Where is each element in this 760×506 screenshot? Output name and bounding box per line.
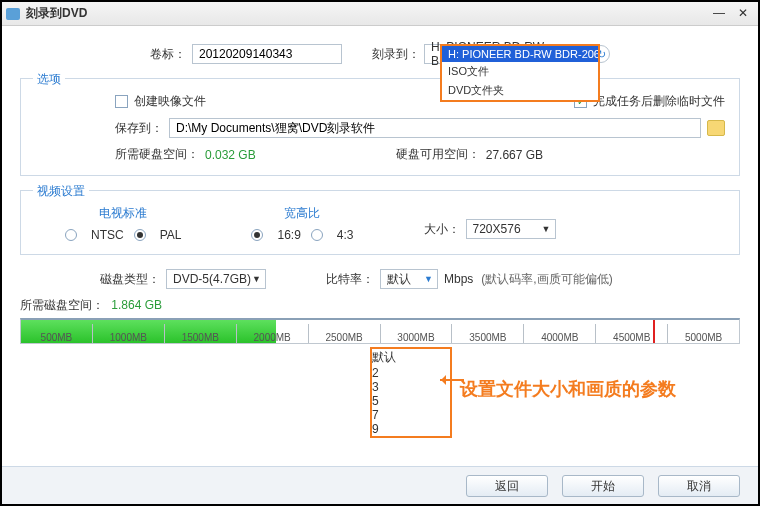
bitrate-hint: (默认码率,画质可能偏低) — [481, 271, 612, 288]
disk-usage-bar: 500MB 1000MB 1500MB 2000MB 2500MB 3000MB… — [20, 318, 740, 344]
disc-type-value: DVD-5(4.7GB) — [173, 272, 251, 286]
window-title: 刻录到DVD — [26, 5, 706, 22]
avail-disk-value: 27.667 GB — [486, 148, 543, 162]
video-legend: 视频设置 — [33, 183, 89, 200]
start-button[interactable]: 开始 — [562, 475, 644, 497]
back-button[interactable]: 返回 — [466, 475, 548, 497]
space-label: 所需磁盘空间： — [20, 298, 104, 312]
volume-label: 卷标： — [150, 46, 186, 63]
disc-type-label: 磁盘类型： — [100, 271, 160, 288]
tick: 3500MB — [451, 324, 523, 343]
button-row: 返回 开始 取消 — [2, 466, 758, 504]
tick: 3000MB — [380, 324, 452, 343]
bitrate-dropdown[interactable]: 默认 2 3 5 7 9 — [370, 347, 452, 438]
create-image-checkbox[interactable] — [115, 95, 128, 108]
dropdown-option[interactable]: DVD文件夹 — [442, 81, 598, 100]
video-fieldset: 视频设置 电视标准 NTSC PAL 宽高比 16:9 4:3 — [20, 190, 740, 255]
disc-type-combo[interactable]: DVD-5(4.7GB) ▼ — [166, 269, 266, 289]
pal-radio[interactable] — [134, 229, 146, 241]
create-image-label: 创建映像文件 — [134, 93, 206, 110]
tick: 4500MB — [595, 324, 667, 343]
tick: 1500MB — [164, 324, 236, 343]
dropdown-option[interactable]: 9 — [372, 422, 450, 436]
bitrate-unit: Mbps — [444, 272, 473, 286]
ratio-169-label: 16:9 — [277, 228, 300, 242]
cancel-button[interactable]: 取消 — [658, 475, 740, 497]
delete-temp-label: 完成任务后删除临时文件 — [593, 93, 725, 110]
size-combo[interactable]: 720X576 ▼ — [466, 219, 556, 239]
app-icon — [6, 8, 20, 20]
ratio-43-radio[interactable] — [311, 229, 323, 241]
aspect-label: 宽高比 — [251, 205, 353, 222]
options-fieldset: 选项 创建映像文件 ✓ 完成任务后删除临时文件 保存到： 所需硬盘空间： 0.0… — [20, 78, 740, 176]
tv-standard-label: 电视标准 — [65, 205, 181, 222]
tick: 2500MB — [308, 324, 380, 343]
tick: 4000MB — [523, 324, 595, 343]
tick: 5000MB — [667, 324, 739, 343]
ntsc-label: NTSC — [91, 228, 124, 242]
minimize-button[interactable]: — — [708, 6, 730, 22]
need-disk-value: 0.032 GB — [205, 148, 256, 162]
bitrate-value: 默认 — [387, 271, 411, 288]
burn-to-dropdown[interactable]: H: PIONEER BD-RW BDR-206 ISO文件 DVD文件夹 — [440, 44, 600, 102]
dropdown-option[interactable]: ISO文件 — [442, 62, 598, 81]
dropdown-option[interactable]: H: PIONEER BD-RW BDR-206 — [442, 46, 598, 62]
tick: 2000MB — [236, 324, 308, 343]
chevron-down-icon: ▼ — [424, 274, 433, 284]
tick: 1000MB — [92, 324, 164, 343]
size-value: 720X576 — [473, 222, 521, 236]
chevron-down-icon: ▼ — [252, 274, 261, 284]
options-legend: 选项 — [33, 71, 65, 88]
ratio-169-radio[interactable] — [251, 229, 263, 241]
ntsc-radio[interactable] — [65, 229, 77, 241]
pal-label: PAL — [160, 228, 182, 242]
dropdown-option[interactable]: 默认 — [372, 349, 450, 366]
tick: 500MB — [21, 324, 92, 343]
save-to-input[interactable] — [169, 118, 701, 138]
dropdown-option[interactable]: 7 — [372, 408, 450, 422]
space-value: 1.864 GB — [111, 298, 162, 312]
size-label: 大小： — [424, 221, 460, 238]
ratio-43-label: 4:3 — [337, 228, 354, 242]
save-to-label: 保存到： — [115, 120, 163, 137]
burn-to-label: 刻录到： — [372, 46, 420, 63]
annotation-text: 设置文件大小和画质的参数 — [460, 377, 676, 401]
need-disk-label: 所需硬盘空间： — [115, 146, 199, 163]
bitrate-label: 比特率： — [326, 271, 374, 288]
folder-icon[interactable] — [707, 120, 725, 136]
chevron-down-icon: ▼ — [542, 224, 551, 234]
dropdown-option[interactable]: 5 — [372, 394, 450, 408]
titlebar: 刻录到DVD — ✕ — [2, 2, 758, 26]
bitrate-combo[interactable]: 默认 ▼ — [380, 269, 438, 289]
volume-input[interactable] — [192, 44, 342, 64]
close-button[interactable]: ✕ — [732, 6, 754, 22]
avail-disk-label: 硬盘可用空间： — [396, 146, 480, 163]
